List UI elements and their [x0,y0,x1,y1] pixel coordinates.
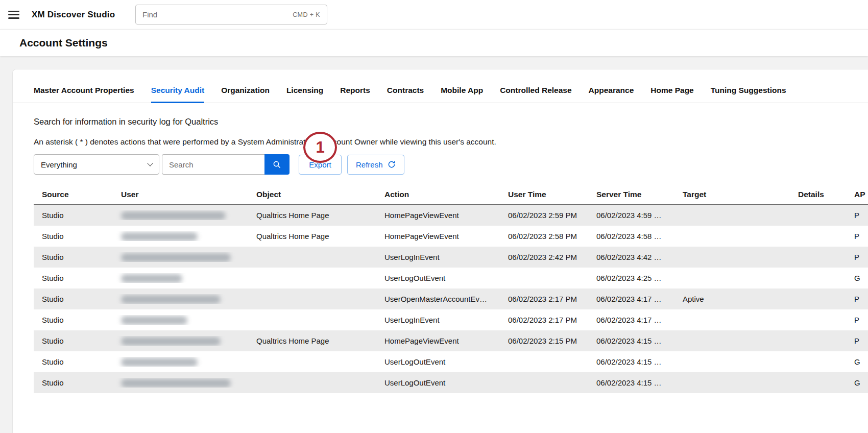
cell-action: HomePageViewEvent [376,232,500,240]
cell-user [113,315,248,325]
tab-appearance[interactable]: Appearance [589,86,634,103]
column-header-server-time: Server Time [588,190,674,199]
tab-mobile-app[interactable]: Mobile App [441,86,483,103]
cell-user [113,357,248,367]
annotation-circle-1: 1 [303,132,337,163]
filter-dropdown-value: Everything [41,160,77,169]
cell-server-time: 06/02/2023 4:15 … [588,336,674,345]
log-search-group [162,154,290,175]
cell-ap: G [846,274,868,282]
find-shortcut-hint: CMD + K [293,11,320,18]
cell-ap: P [846,316,868,324]
tab-reports[interactable]: Reports [340,86,370,103]
cell-action: HomePageViewEvent [376,211,500,220]
redacted-user-blur [121,358,198,367]
cell-action: HomePageViewEvent [376,336,500,345]
cell-target: Aptive [674,295,790,303]
table-row: Studio UserLogOutEvent 06/02/2023 4:15 …… [34,351,868,372]
tab-home-page[interactable]: Home Page [650,86,693,103]
cell-user-time: 06/02/2023 2:59 PM [500,211,588,220]
redacted-user-blur [121,211,226,220]
cell-ap: P [846,295,868,303]
tab-tuning-suggestions[interactable]: Tuning Suggestions [711,86,786,103]
redacted-user-blur [121,316,187,325]
redacted-user-blur [121,379,231,388]
cell-object: Qualtrics Home Page [248,336,376,345]
redacted-user-blur [121,295,221,304]
cell-user [113,273,248,283]
cell-user [113,378,248,388]
refresh-icon [388,160,396,169]
cell-action: UserLogOutEvent [376,378,500,387]
cell-action: UserOpenMasterAccountEv… [376,295,500,303]
refresh-button-label: Refresh [356,160,383,169]
table-row: Studio UserLogInEvent 06/02/2023 2:42 PM… [34,247,868,268]
redacted-user-blur [121,232,198,241]
screen: XM Discover Studio CMD + K Account Setti… [0,0,868,433]
cell-server-time: 06/02/2023 4:15 … [588,378,674,387]
redacted-user-blur [121,274,182,283]
cell-user [113,252,248,262]
cell-server-time: 06/02/2023 4:59 … [588,211,674,220]
cell-user-time: 06/02/2023 2:17 PM [500,295,588,303]
cell-source: Studio [34,357,113,366]
cell-user-time: 06/02/2023 2:42 PM [500,253,588,261]
filter-dropdown[interactable]: Everything [34,154,159,175]
search-button[interactable] [264,154,290,175]
security-log-header-row: Source User Object Action User Time Serv… [34,185,868,205]
menu-icon[interactable] [8,11,19,19]
cell-ap: P [846,211,868,220]
page-header: Account Settings [0,29,868,56]
table-row: Studio Qualtrics Home Page HomePageViewE… [34,205,868,226]
chevron-down-icon [147,160,153,166]
cell-source: Studio [34,378,113,387]
cell-action: UserLogOutEvent [376,274,500,282]
column-header-action: Action [376,190,500,199]
tab-licensing[interactable]: Licensing [286,86,323,103]
cell-action: UserLogInEvent [376,316,500,324]
cell-ap: P [846,232,868,240]
cell-server-time: 06/02/2023 4:17 … [588,295,674,303]
cell-user [113,294,248,304]
page-title: Account Settings [19,37,108,49]
table-row: Studio UserLogOutEvent 06/02/2023 4:15 …… [34,372,868,393]
column-header-user-time: User Time [500,190,588,199]
security-log-table: Source User Object Action User Time Serv… [34,185,868,393]
security-audit-panel: Search for information in security log f… [13,117,868,393]
tab-bar: Master Account Properties Security Audit… [13,69,868,103]
column-header-target: Target [674,190,790,199]
column-header-ap: AP [846,190,868,199]
cell-source: Studio [34,316,113,324]
cell-object: Qualtrics Home Page [248,211,376,220]
cell-user-time: 06/02/2023 2:15 PM [500,336,588,345]
column-header-details: Details [790,190,846,199]
cell-server-time: 06/02/2023 4:17 … [588,316,674,324]
cell-ap: G [846,357,868,366]
tab-contracts[interactable]: Contracts [387,86,424,103]
app-title: XM Discover Studio [32,10,115,20]
tab-master-account-properties[interactable]: Master Account Properties [34,86,134,103]
table-row: Studio UserOpenMasterAccountEv… 06/02/20… [34,288,868,309]
cell-user-time: 06/02/2023 2:58 PM [500,232,588,240]
cell-server-time: 06/02/2023 4:25 … [588,274,674,282]
column-header-source: Source [34,190,113,199]
refresh-button[interactable]: Refresh [347,155,404,175]
find-search-box[interactable]: CMD + K [135,5,327,25]
cell-source: Studio [34,253,113,261]
log-controls: Everything Export Refresh [34,154,868,175]
find-input[interactable] [142,10,293,19]
tab-security-audit[interactable]: Security Audit [151,86,205,103]
cell-ap: P [846,336,868,345]
cell-action: UserLogOutEvent [376,357,500,366]
section-heading: Search for information in security log f… [34,117,868,127]
cell-ap: P [846,253,868,261]
tab-organization[interactable]: Organization [221,86,270,103]
table-row: Studio Qualtrics Home Page HomePageViewE… [34,330,868,351]
cell-source: Studio [34,274,113,282]
cell-server-time: 06/02/2023 4:58 … [588,232,674,240]
tab-controlled-release[interactable]: Controlled Release [500,86,571,103]
search-input[interactable] [162,154,264,175]
security-log-rows: Studio Qualtrics Home Page HomePageViewE… [34,205,868,393]
annotation-number: 1 [316,138,324,157]
cell-server-time: 06/02/2023 4:42 … [588,253,674,261]
